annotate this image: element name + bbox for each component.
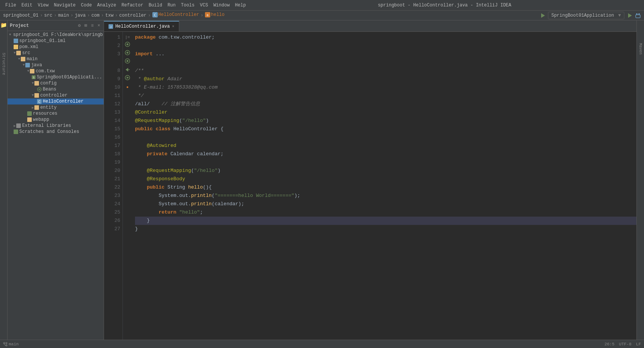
- tree-label-src: src: [22, 50, 30, 56]
- menu-help[interactable]: Help: [233, 2, 248, 9]
- tree-item-entity[interactable]: ▶ entity: [8, 105, 104, 111]
- title-bar: File Edit View Navigate Code Analyze Ref…: [0, 0, 644, 11]
- svg-marker-4: [541, 13, 545, 18]
- breadcrumb-bar: springboot_01 › src › main › java › com …: [0, 11, 644, 20]
- bean-gutter-15[interactable]: [125, 50, 130, 55]
- tree-item-hellocontroller[interactable]: C HelloController: [8, 98, 104, 105]
- code-line-27: }: [135, 225, 636, 233]
- entity-folder-icon: [34, 105, 39, 110]
- tab-bar: J HelloController.java ×: [104, 20, 636, 32]
- encoding-indicator[interactable]: UTF-8: [619, 342, 632, 346]
- structure-icon[interactable]: Structure: [2, 53, 6, 75]
- svg-rect-12: [14, 45, 18, 49]
- menu-window[interactable]: Window: [211, 2, 232, 9]
- gutter-15: [123, 50, 132, 58]
- gear-icon[interactable]: ≡: [90, 23, 95, 29]
- layout-icon[interactable]: ⊞: [83, 22, 88, 29]
- menu-run[interactable]: Run: [165, 2, 178, 9]
- tree-item-webapp[interactable]: webapp: [8, 117, 104, 123]
- bean-gutter-13[interactable]: [125, 42, 130, 47]
- tab-close-button[interactable]: ×: [172, 25, 174, 29]
- tree-item-comtxw[interactable]: ▼ com.txw: [8, 68, 104, 74]
- tree-item-root[interactable]: ▼ M springboot_01 F:\IdeaWork\springb...: [8, 32, 104, 38]
- run-gutter-22[interactable]: [125, 75, 130, 80]
- breadcrumb-controller[interactable]: controller: [119, 13, 146, 18]
- tree-item-scratches[interactable]: Scratches and Consoles: [8, 129, 104, 135]
- main-layout: 📁 Structure Project ⚙ ⊞ ≡ × ▼ M springbo…: [0, 20, 644, 348]
- code-line-26: }: [135, 217, 636, 225]
- svg-point-8: [638, 13, 640, 15]
- svg-text:C: C: [39, 100, 40, 104]
- code-line-3: import ...: [135, 50, 636, 58]
- breadcrumb-hellocontroller[interactable]: C HelloController: [152, 12, 199, 19]
- breadcrumb-main[interactable]: main: [58, 13, 69, 18]
- tree-item-main[interactable]: ▼ main: [8, 56, 104, 62]
- debug-button[interactable]: [635, 12, 641, 19]
- tree-item-controller[interactable]: ▼ controller: [8, 92, 104, 98]
- run-config-selector[interactable]: SpringBoot01Application ▼: [548, 12, 624, 19]
- menu-bar[interactable]: File Edit View Navigate Code Analyze Ref…: [3, 2, 248, 9]
- breadcrumb-springboot[interactable]: springboot_01: [3, 13, 39, 18]
- menu-file[interactable]: File: [3, 2, 19, 9]
- menu-analyze[interactable]: Analyze: [95, 2, 118, 9]
- svg-rect-26: [27, 111, 32, 116]
- menu-edit[interactable]: Edit: [19, 2, 35, 9]
- gutter-18: [123, 58, 132, 67]
- gutter-20: [123, 67, 132, 75]
- tree-item-beans[interactable]: Beans: [8, 86, 104, 92]
- code-content[interactable]: package com.txw.controller; import ... /…: [132, 32, 636, 348]
- breadcrumb-src[interactable]: src: [44, 13, 53, 18]
- code-editor[interactable]: 1 2 3 8 9 10 11 12 13 14 15 16 17 18 19 …: [104, 32, 636, 348]
- tree-item-pom[interactable]: pom.xml: [8, 44, 104, 50]
- svg-rect-19: [34, 81, 39, 86]
- git-branch[interactable]: main: [3, 342, 19, 346]
- svg-marker-41: [127, 76, 129, 79]
- project-icon[interactable]: 📁: [0, 22, 7, 28]
- tree-label-main: main: [26, 56, 37, 62]
- code-line-14: @RequestMapping("/hello"): [135, 117, 636, 125]
- code-line-17: @Autowired: [135, 142, 636, 150]
- code-line-13: @Controller: [135, 108, 636, 117]
- svg-rect-27: [27, 117, 32, 122]
- menu-tools[interactable]: Tools: [179, 2, 197, 9]
- breadcrumb-hello[interactable]: m hello: [205, 12, 225, 19]
- svg-text:J: J: [110, 26, 112, 29]
- tree-item-java[interactable]: ▼ java: [8, 62, 104, 68]
- svg-point-7: [636, 13, 638, 15]
- tree-item-resources[interactable]: resources: [8, 111, 104, 117]
- tree-label-config: config: [40, 81, 56, 86]
- code-line-15: public class HelloController {: [135, 125, 636, 133]
- bottom-bar: main 26:5 UTF-8 LF: [0, 340, 644, 348]
- tree-item-config[interactable]: ▼ config: [8, 80, 104, 86]
- menu-code[interactable]: Code: [79, 2, 94, 9]
- menu-build[interactable]: Build: [146, 2, 164, 9]
- git-icon: [3, 342, 8, 346]
- scratches-icon: [14, 130, 18, 134]
- breadcrumb-com[interactable]: com: [92, 13, 100, 18]
- code-line-18: private Calendar calendar;: [135, 150, 636, 158]
- tree-label-pom: pom.xml: [19, 44, 38, 50]
- run-button[interactable]: [627, 12, 633, 19]
- menu-vcs[interactable]: VCS: [198, 2, 211, 9]
- arrow-gutter-20[interactable]: [125, 67, 130, 72]
- tree-item-springbootapp[interactable]: S SpringBoot01Applicati...: [8, 74, 104, 80]
- close-panel-icon[interactable]: ×: [96, 23, 101, 29]
- svg-rect-28: [16, 123, 21, 128]
- tree-item-src[interactable]: ▼ src: [8, 50, 104, 56]
- maven-icon[interactable]: Maven: [638, 43, 642, 55]
- breadcrumb-txw[interactable]: txw: [105, 13, 113, 18]
- menu-refactor[interactable]: Refactor: [119, 2, 146, 9]
- menu-navigate[interactable]: Navigate: [51, 2, 78, 9]
- tab-file-icon: J: [109, 24, 113, 29]
- tree-item-iml[interactable]: springboot_01.iml: [8, 38, 104, 44]
- settings-icon[interactable]: ⚙: [77, 22, 82, 29]
- menu-view[interactable]: View: [36, 2, 51, 9]
- tree-item-extlibs[interactable]: ▶ External Libraries: [8, 123, 104, 129]
- bean-gutter-18[interactable]: [125, 58, 130, 64]
- main-folder-icon: [21, 57, 25, 61]
- breadcrumb-java[interactable]: java: [75, 13, 86, 18]
- gutter-26: ●: [123, 83, 132, 92]
- code-line-1: package com.txw.controller;: [135, 33, 636, 42]
- line-separator-indicator[interactable]: LF: [636, 342, 641, 346]
- editor-tab-hellocontroller[interactable]: J HelloController.java ×: [104, 21, 179, 31]
